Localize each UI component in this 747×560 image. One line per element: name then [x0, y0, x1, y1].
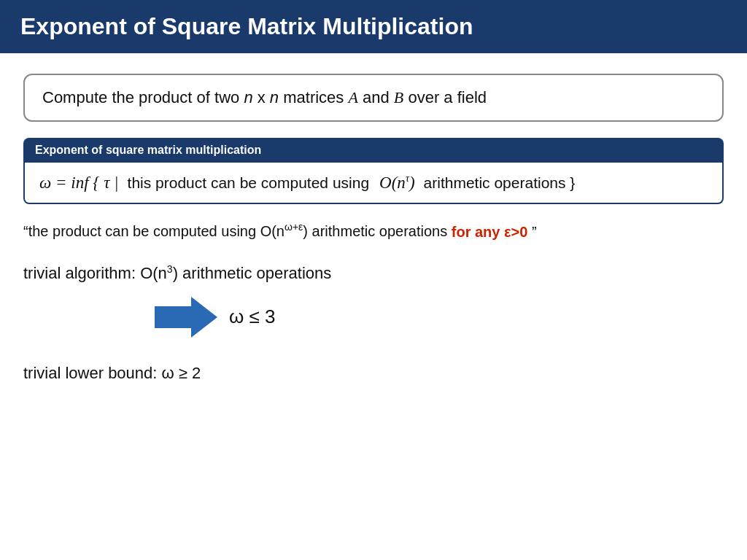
- o-notation: O(nτ): [379, 173, 414, 192]
- n1-symbol: n: [244, 88, 252, 106]
- formula-description: this product can be computed using: [128, 174, 370, 192]
- problem-text: Compute the product of two n x n matrice…: [42, 88, 487, 106]
- red-condition-text: for any ε>0: [452, 223, 528, 239]
- trivial-lower-bound-text: trivial lower bound: ω ≥ 2: [23, 364, 724, 383]
- matrix-A: A: [348, 88, 357, 106]
- arith-operations: arithmetic operations }: [424, 174, 576, 192]
- arrow-body: [155, 306, 193, 328]
- exponent-formula-box: ω = inf { τ | this product can be comput…: [23, 163, 724, 204]
- close-quote: ”: [532, 223, 537, 239]
- page-title: Exponent of Square Matrix Multiplication: [0, 0, 747, 53]
- trivial-algorithm-text: trivial algorithm: O(n3) arithmetic oper…: [23, 263, 724, 283]
- quote-text-black: “the product can be computed using O(nω+…: [23, 223, 452, 239]
- blue-arrow: [155, 297, 217, 338]
- omega-equals-inf: ω = inf { τ |: [39, 174, 119, 192]
- formula-line: ω = inf { τ | this product can be comput…: [39, 173, 708, 192]
- arrow-row: ω ≤ 3: [155, 297, 724, 338]
- matrix-B: B: [394, 88, 403, 106]
- problem-box: Compute the product of two n x n matrice…: [23, 74, 724, 122]
- quote-line: “the product can be computed using O(nω+…: [23, 222, 724, 241]
- arrow-head: [191, 297, 217, 338]
- arrow-label: ω ≤ 3: [229, 306, 275, 328]
- n2-symbol: n: [270, 88, 279, 106]
- exponent-section-header: Exponent of square matrix multiplication: [23, 138, 724, 163]
